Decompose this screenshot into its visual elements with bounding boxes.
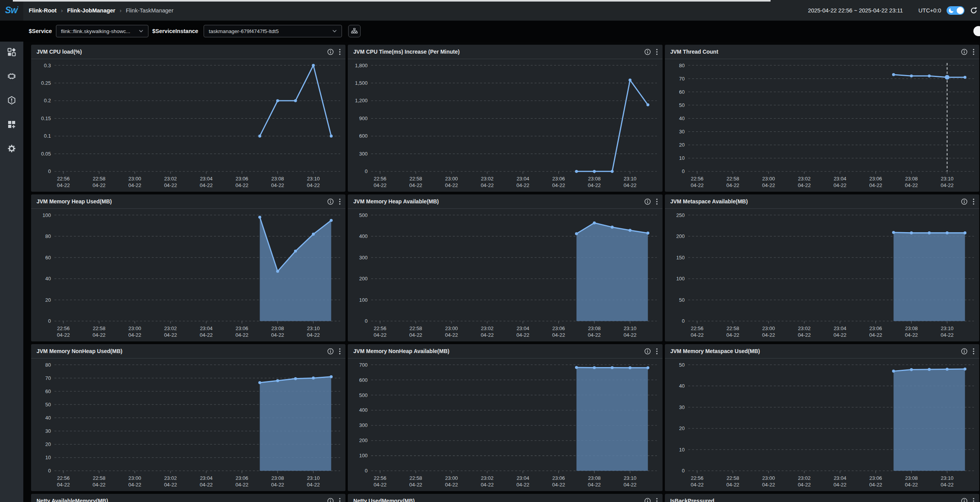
panel-body: 500400300200100022:5604-2222:5804-2223:0…	[348, 209, 662, 341]
svg-text:23:04: 23:04	[834, 176, 846, 182]
svg-text:04-22: 04-22	[164, 332, 177, 338]
breadcrumb-item-root[interactable]: Flink-Root	[29, 7, 57, 14]
svg-text:23:02: 23:02	[798, 475, 811, 481]
chart-jvm-cpu-time-ms-increase-per-minute[interactable]: 1,8001,5001,200900600300022:5604-2222:58…	[348, 59, 662, 192]
svg-text:04-22: 04-22	[624, 182, 636, 188]
panel-header: JVM Thread Count	[665, 45, 979, 59]
dark-mode-toggle[interactable]	[947, 6, 964, 15]
panel-netty-availablememory-mb: Netty AvailableMemory(MB)	[31, 494, 345, 502]
sidebar-item-dashboards[interactable]	[7, 47, 17, 57]
service-select[interactable]: flink::flink.skywalking-showc...	[56, 25, 148, 37]
info-icon[interactable]	[644, 498, 651, 502]
breadcrumb-item-jobmanager[interactable]: Flink-JobManager	[67, 7, 115, 14]
svg-text:23:02: 23:02	[798, 325, 811, 331]
sidebar	[0, 42, 23, 502]
info-icon[interactable]	[327, 198, 334, 205]
panel-header-icons	[644, 49, 658, 55]
kebab-menu-icon[interactable]	[656, 49, 658, 55]
refresh-icon	[970, 7, 978, 14]
chart-jvm-cpu-load[interactable]: 0.30.250.20.150.10.05022:5604-2222:5804-…	[31, 59, 345, 192]
svg-text:04-22: 04-22	[410, 332, 422, 338]
svg-text:04-22: 04-22	[128, 332, 141, 338]
svg-text:04-22: 04-22	[57, 332, 70, 338]
chart-jvm-metaspace-available-mb[interactable]: 25020015010050022:5604-2222:5804-2223:00…	[665, 209, 979, 341]
info-icon[interactable]	[327, 498, 334, 502]
kebab-menu-icon[interactable]	[339, 498, 341, 502]
panel-title: JVM Metaspace Available(MB)	[670, 198, 961, 205]
svg-text:150: 150	[676, 255, 685, 261]
skywalking-logo[interactable]: Sw’	[5, 5, 18, 16]
svg-text:23:06: 23:06	[553, 325, 565, 331]
panel-header-icons	[327, 49, 341, 55]
info-icon[interactable]	[961, 198, 968, 205]
svg-text:23:06: 23:06	[553, 475, 565, 481]
chart-jvm-memory-heap-available-mb[interactable]: 500400300200100022:5604-2222:5804-2223:0…	[348, 209, 662, 341]
svg-text:04-22: 04-22	[445, 482, 458, 488]
info-icon[interactable]	[327, 348, 334, 355]
kebab-menu-icon[interactable]	[339, 198, 341, 205]
hierarchy-icon	[351, 27, 358, 35]
sidebar-item-topology[interactable]	[7, 71, 17, 81]
kebab-menu-icon[interactable]	[656, 498, 658, 502]
kebab-menu-icon[interactable]	[973, 198, 975, 205]
kebab-menu-icon[interactable]	[973, 49, 975, 55]
info-icon[interactable]	[644, 348, 651, 355]
svg-text:23:04: 23:04	[517, 176, 530, 182]
sidebar-item-settings[interactable]	[7, 143, 17, 154]
info-icon[interactable]	[961, 348, 968, 355]
svg-text:100: 100	[676, 276, 685, 282]
svg-text:400: 400	[359, 233, 368, 239]
refresh-button[interactable]	[970, 7, 978, 14]
service-instance-select[interactable]: taskmanager-679f4747f5-ltdt5	[204, 25, 342, 37]
breadcrumb-separator: ›	[61, 7, 63, 14]
svg-text:04-22: 04-22	[691, 332, 703, 338]
chart-jvm-memory-nonheap-available-mb[interactable]: 700600500400300200100022:5604-2222:5804-…	[348, 359, 662, 491]
kebab-menu-icon[interactable]	[339, 49, 341, 55]
svg-text:22:56: 22:56	[374, 325, 387, 331]
svg-text:0.05: 0.05	[41, 151, 51, 157]
topology-chip-icon	[7, 72, 16, 81]
panel-body: 10080604020022:5604-2222:5804-2223:0004-…	[31, 209, 345, 341]
sidebar-item-alerting[interactable]	[7, 95, 17, 105]
kebab-menu-icon[interactable]	[973, 348, 975, 355]
svg-text:22:56: 22:56	[57, 475, 70, 481]
chart-jvm-memory-heap-used-mb[interactable]: 10080604020022:5604-2222:5804-2223:0004-…	[31, 209, 345, 341]
svg-text:10: 10	[679, 447, 684, 453]
info-icon[interactable]	[961, 49, 968, 55]
svg-text:04-22: 04-22	[374, 182, 387, 188]
auto-refresh-toggle-partial[interactable]	[973, 26, 980, 36]
svg-text:1,800: 1,800	[355, 63, 368, 68]
kebab-menu-icon[interactable]	[656, 198, 658, 205]
svg-text:04-22: 04-22	[235, 482, 248, 488]
svg-text:04-22: 04-22	[762, 482, 775, 488]
panel-header-icons	[961, 348, 975, 355]
svg-text:04-22: 04-22	[588, 332, 601, 338]
chevron-down-icon	[332, 30, 337, 33]
panel-jvm-memory-heap-used-mb: JVM Memory Heap Used(MB)10080604020022:5…	[31, 194, 345, 341]
info-icon[interactable]	[327, 49, 334, 55]
info-icon[interactable]	[961, 498, 968, 502]
chart-jvm-thread-count[interactable]: 8070605040302010022:5604-2222:5804-2223:…	[665, 59, 979, 192]
kebab-menu-icon[interactable]	[339, 348, 341, 355]
panel-body: 0.30.250.20.150.10.05022:5604-2222:5804-…	[31, 59, 345, 192]
panel-isbackpressured: IsBackPressured	[665, 494, 979, 502]
panel-title: JVM Memory Metaspace Used(MB)	[670, 348, 961, 354]
panel-header-icons	[644, 348, 658, 355]
svg-text:23:00: 23:00	[445, 475, 458, 481]
svg-text:22:56: 22:56	[57, 176, 70, 182]
chart-jvm-memory-metaspace-used-mb[interactable]: 5040302010022:5604-2222:5804-2223:0004-2…	[665, 359, 979, 491]
chart-jvm-memory-nonheap-used-mb[interactable]: 8070605040302010022:5604-2222:5804-2223:…	[31, 359, 345, 491]
kebab-menu-icon[interactable]	[656, 348, 658, 355]
sidebar-item-marketplace[interactable]	[7, 119, 17, 129]
time-range-picker[interactable]: 2025-04-22 22:56 ~ 2025-04-22 23:11	[808, 7, 903, 14]
info-icon[interactable]	[644, 49, 651, 55]
kebab-menu-icon[interactable]	[973, 498, 975, 502]
panel-body: 1,8001,5001,200900600300022:5604-2222:58…	[348, 59, 662, 192]
svg-text:04-22: 04-22	[92, 182, 105, 188]
hierarchy-topology-button[interactable]	[348, 25, 361, 37]
svg-text:70: 70	[45, 375, 51, 381]
info-icon[interactable]	[644, 198, 651, 205]
svg-text:23:08: 23:08	[271, 475, 284, 481]
panel-header-icons	[961, 49, 975, 55]
svg-text:40: 40	[679, 115, 684, 121]
